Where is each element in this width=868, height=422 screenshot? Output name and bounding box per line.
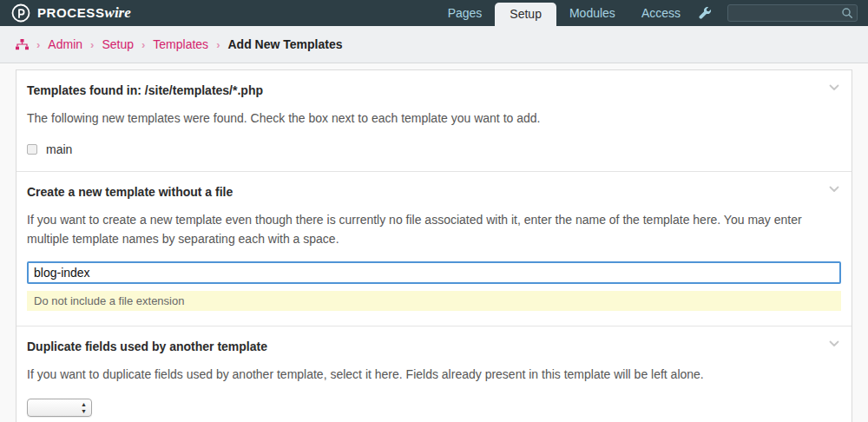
section-description: If you want to duplicate fields used by … [27,365,841,384]
section-title: Create a new template without a file [27,185,841,199]
main-nav: Pages Setup Modules Access [435,0,694,26]
nav-modules[interactable]: Modules [556,0,628,26]
section-new-template: Create a new template without a file If … [16,171,852,326]
section-duplicate-fields: Duplicate fields used by another templat… [16,326,852,422]
search-input[interactable] [727,4,858,22]
processwire-logo[interactable]: PROCESSwire [0,0,131,26]
breadcrumb-separator: › [36,38,40,51]
template-checkbox-row: main [27,142,841,156]
breadcrumb-separator: › [141,38,145,51]
section-title: Duplicate fields used by another templat… [27,340,841,353]
page-content: Templates found in: /site/templates/*.ph… [0,63,868,422]
breadcrumb-templates[interactable]: Templates [153,37,208,51]
logo-text: PROCESSwire [37,4,131,22]
breadcrumb: › Admin › Setup › Templates › Add New Te… [0,26,868,63]
search-icon[interactable] [841,7,853,19]
breadcrumb-admin[interactable]: Admin [48,37,82,51]
file-extension-note: Do not include a file extension [27,291,841,311]
section-description: The following new templates were found. … [27,109,841,128]
chevron-down-icon[interactable] [829,84,839,91]
sitemap-icon[interactable] [16,39,29,50]
wrench-icon [699,7,712,20]
top-bar: PROCESSwire Pages Setup Modules Access [0,0,868,26]
template-checkbox-label: main [46,142,72,156]
page-title: Add New Templates [227,37,342,51]
search-box [727,4,858,22]
nav-access[interactable]: Access [628,0,694,26]
nav-setup[interactable]: Setup [495,3,556,26]
tools-menu[interactable] [694,0,720,26]
breadcrumb-separator: › [216,38,220,51]
section-description: If you want to create a new template eve… [27,210,841,248]
template-checkbox[interactable] [27,144,37,155]
chevron-down-icon[interactable] [829,186,839,193]
duplicate-template-select[interactable]: ▲▼ [27,399,92,417]
processwire-logo-icon [11,3,30,23]
breadcrumb-setup[interactable]: Setup [102,37,134,51]
section-title: Templates found in: /site/templates/*.ph… [27,83,841,97]
section-templates-found: Templates found in: /site/templates/*.ph… [16,70,852,171]
breadcrumb-separator: › [90,38,94,51]
template-name-input[interactable] [27,261,841,284]
select-arrows-icon: ▲▼ [81,401,87,415]
content-panel: Templates found in: /site/templates/*.ph… [16,69,852,422]
nav-pages[interactable]: Pages [435,0,496,26]
chevron-down-icon[interactable] [829,340,839,347]
